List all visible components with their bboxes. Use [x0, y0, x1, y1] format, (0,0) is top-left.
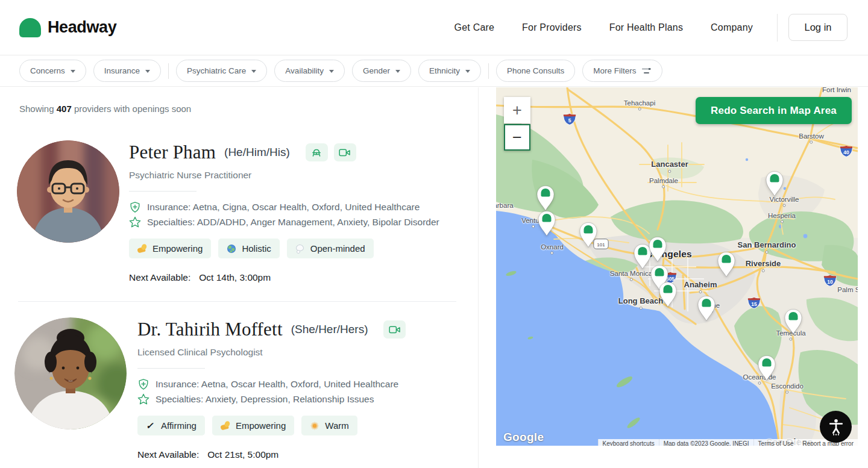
results-number: 407 [57, 104, 72, 114]
filter-label: More Filters [593, 66, 636, 75]
filter-label: Concerns [30, 66, 65, 75]
trait-badge: Open-minded [287, 239, 374, 258]
trait-label: Warm [325, 420, 348, 431]
trait-badge: Empowering [212, 416, 294, 435]
nav-company[interactable]: Company [711, 22, 753, 33]
filter-bar: Concerns Insurance Psychiatric Care Avai… [0, 55, 868, 87]
filter-label: Availability [285, 66, 324, 75]
star-icon [137, 393, 149, 405]
nav-for-providers[interactable]: For Providers [522, 22, 582, 33]
next-available-label: Next Available: [137, 449, 199, 460]
trait-badge: Warm [301, 416, 357, 435]
trait-icon [146, 421, 156, 431]
provider-map-pin[interactable] [764, 170, 785, 199]
chair-icon [311, 148, 322, 158]
nav-get-care[interactable]: Get Care [454, 22, 495, 33]
filter-divider [488, 63, 489, 79]
filter-label: Phone Consults [507, 66, 564, 75]
headway-logo[interactable]: Headway [19, 18, 116, 37]
provider-map-pin[interactable] [536, 210, 557, 239]
provider-name[interactable]: Dr. Tahirih Moffett [137, 319, 283, 340]
trait-label: Affirming [161, 420, 197, 431]
session-badge [383, 320, 406, 339]
map-terrain [496, 87, 858, 446]
trait-icon [137, 244, 147, 254]
filter-label: Insurance [104, 66, 140, 75]
map-zoom-controls: + − [504, 97, 530, 151]
trait-label: Open-minded [310, 243, 365, 254]
accessibility-icon [827, 418, 845, 436]
chevron-down-icon [395, 70, 400, 73]
redo-search-button[interactable]: Redo Search in Map Area [696, 97, 852, 124]
trait-icon [310, 421, 319, 431]
attribution-link[interactable]: Map data ©2023 Google, INEGI [659, 439, 753, 446]
provider-pronouns: (She/Her/Hers) [291, 323, 368, 336]
video-icon [389, 325, 401, 334]
filter-availability[interactable]: Availability [274, 60, 345, 82]
session-type-badges [306, 143, 356, 161]
provider-title: Psychiatric Nurse Practitioner [129, 170, 439, 181]
nav-for-health-plans[interactable]: For Health Plans [609, 22, 683, 33]
shield-plus-icon [137, 378, 149, 390]
filter-ethnicity[interactable]: Ethnicity [418, 60, 481, 82]
trait-icon [227, 244, 236, 254]
provider-map-pin[interactable] [647, 236, 668, 265]
results-count: Showing 407 providers with openings soon [0, 87, 478, 114]
provider-map-pin[interactable] [535, 185, 556, 214]
sliders-icon [642, 67, 652, 75]
provider-photo-image [14, 317, 127, 429]
headway-logo-icon [19, 18, 41, 37]
provider-map-pin[interactable] [696, 295, 717, 324]
provider-photo[interactable] [17, 140, 119, 243]
trait-icon [221, 421, 230, 431]
specialties-list: Anxiety, Depression, Relationship Issues [206, 394, 374, 404]
provider-pronouns: (He/Him/His) [224, 146, 290, 159]
filter-label: Gender [363, 66, 390, 75]
next-available-value: Oct 14th, 3:00pm [199, 272, 271, 283]
shield-plus-icon [129, 201, 141, 213]
filter-label: Ethnicity [429, 66, 460, 75]
provider-card[interactable]: Peter Pham (He/Him/His) [0, 140, 478, 283]
provider-map-pin[interactable] [716, 251, 737, 280]
session-type-badges [383, 320, 406, 339]
divider [137, 368, 205, 369]
top-navigation: Headway Get Care For Providers For Healt… [0, 0, 868, 55]
insurance-row: Insurance: Aetna, Cigna, Oscar Health, O… [129, 201, 439, 213]
next-available-row: Next Available: Oct 14th, 3:00pm [129, 272, 439, 283]
brand-name: Headway [48, 18, 116, 37]
map[interactable]: 5 5 40 40 [496, 87, 858, 446]
provider-card[interactable]: Dr. Tahirih Moffett (She/Her/Hers) [0, 317, 478, 460]
provider-name[interactable]: Peter Pham [129, 142, 216, 163]
zoom-in-button[interactable]: + [504, 97, 530, 123]
provider-map-pin[interactable] [783, 308, 804, 337]
filter-psychiatric-care[interactable]: Psychiatric Care [176, 60, 267, 82]
zoom-out-button[interactable]: − [504, 124, 530, 151]
trait-label: Empowering [236, 420, 286, 431]
next-available-value: Oct 21st, 5:00pm [207, 449, 278, 460]
login-button[interactable]: Log in [788, 14, 848, 41]
filter-insurance[interactable]: Insurance [93, 60, 161, 82]
provider-photo[interactable] [14, 317, 127, 429]
provider-title: Licensed Clinical Psychologist [137, 347, 406, 358]
filter-concerns[interactable]: Concerns [19, 60, 86, 82]
session-badge [306, 143, 328, 161]
map-attribution: Keyboard shortcuts Map data ©2023 Google… [598, 439, 858, 446]
filter-gender[interactable]: Gender [352, 60, 411, 82]
filter-more-filters[interactable]: More Filters [582, 60, 662, 82]
divider [129, 191, 197, 192]
accessibility-button[interactable] [820, 411, 852, 443]
filter-phone-consults[interactable]: Phone Consults [496, 60, 575, 82]
provider-map-pin[interactable] [658, 281, 678, 310]
attribution-link[interactable]: Terms of Use [753, 439, 798, 446]
trait-badge: Empowering [129, 239, 211, 258]
star-icon [129, 216, 141, 228]
chevron-down-icon [71, 70, 75, 73]
session-badge [334, 143, 356, 161]
provider-map-pin[interactable] [578, 222, 599, 251]
specialties-row: Specialties: Anxiety, Depression, Relati… [137, 393, 406, 405]
provider-map-pin[interactable] [756, 355, 777, 384]
insurance-row: Insurance: Aetna, Oscar Health, Oxford, … [137, 378, 406, 390]
next-available-row: Next Available: Oct 21st, 5:00pm [137, 449, 406, 460]
attribution-link[interactable]: Keyboard shortcuts [598, 439, 659, 446]
insurance-list: Aetna, Oscar Health, Oxford, United Heal… [201, 379, 398, 389]
